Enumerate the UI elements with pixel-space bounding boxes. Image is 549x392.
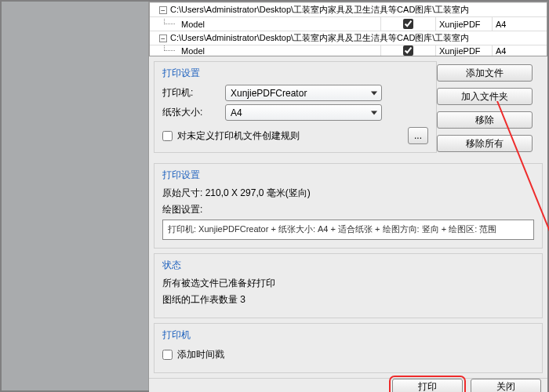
status-line-2: 图纸的工作表数量 3: [162, 293, 534, 307]
rule-checkbox[interactable]: [162, 131, 173, 141]
file-sub-row[interactable]: Model XunjiePDF A4: [150, 45, 547, 56]
file-row: − C:\Users\Administrator\Desktop\工装室内家具及…: [150, 31, 547, 45]
group-title: 打印设置: [162, 67, 428, 80]
row-checkbox[interactable]: [403, 45, 413, 56]
file-path: C:\Users\Administrator\Desktop\工装室内家具及卫生…: [170, 4, 469, 16]
paper-value: A4: [231, 107, 242, 118]
draw-label: 绘图设置:: [162, 203, 534, 216]
row-page: A4: [492, 17, 547, 31]
layout-name: Model: [178, 46, 380, 56]
tree-collapse-icon[interactable]: −: [159, 34, 167, 42]
rule-label: 对未定义打印机文件创建规则: [177, 129, 300, 143]
row-checkbox[interactable]: [403, 19, 413, 29]
timestamp-label: 添加时间戳: [177, 348, 224, 361]
settings-readout: 打印机: XunjiePDFCreator + 纸张大小: A4 + 适合纸张 …: [162, 220, 534, 240]
tree-collapse-icon[interactable]: −: [159, 6, 167, 14]
printer-combo[interactable]: XunjiePDFCreator: [225, 85, 382, 101]
row-page: A4: [492, 45, 547, 56]
print-info-group: 打印设置 原始尺寸: 210,0 X 297,0 毫米(竖向) 绘图设置: 打印…: [154, 163, 543, 249]
status-group: 状态 所有被选文件已准备好打印 图纸的工作表数量 3: [154, 253, 543, 318]
group-title: 状态: [162, 259, 534, 272]
row-app: XunjiePDF: [435, 17, 492, 31]
print-settings-group: 打印设置 打印机: XunjiePDFCreator 纸张大小: A4 对未定义…: [154, 61, 437, 153]
add-folder-button[interactable]: 加入文件夹: [437, 88, 533, 105]
close-button[interactable]: 关闭: [471, 379, 541, 392]
file-sub-row[interactable]: Model XunjiePDF A4: [150, 16, 547, 31]
tree-branch-icon: [164, 45, 175, 51]
print-button[interactable]: 打印: [392, 379, 463, 392]
status-line-1: 所有被选文件已准备好打印: [162, 277, 534, 290]
file-list[interactable]: − C:\Users\Administrator\Desktop\工装室内家具及…: [149, 2, 547, 56]
printer-label: 打印机:: [162, 86, 225, 100]
file-path: C:\Users\Administrator\Desktop\工装室内家具及卫生…: [170, 32, 469, 44]
group-title: 打印设置: [162, 169, 534, 182]
remove-all-button[interactable]: 移除所有: [437, 135, 533, 152]
layout-name: Model: [178, 20, 380, 29]
group-title: 打印机: [162, 328, 534, 342]
paper-combo[interactable]: A4: [225, 104, 382, 121]
timestamp-checkbox[interactable]: [162, 350, 173, 360]
remove-button[interactable]: 移除: [437, 111, 533, 129]
left-sidebar: [2, 2, 149, 390]
more-button[interactable]: ...: [408, 127, 428, 144]
main-content: − C:\Users\Administrator\Desktop\工装室内家具及…: [149, 2, 547, 390]
printer-group: 打印机 添加时间戳: [154, 323, 543, 373]
tree-branch-icon: [164, 19, 175, 24]
paper-label: 纸张大小:: [162, 106, 225, 119]
row-app: XunjiePDF: [435, 45, 492, 56]
orig-size: 原始尺寸: 210,0 X 297,0 毫米(竖向): [162, 187, 534, 200]
add-file-button[interactable]: 添加文件: [437, 64, 533, 82]
dialog-footer: 打印 关闭: [149, 378, 547, 392]
file-row: − C:\Users\Administrator\Desktop\工装室内家具及…: [150, 2, 547, 16]
printer-value: XunjiePDFCreator: [231, 88, 307, 99]
